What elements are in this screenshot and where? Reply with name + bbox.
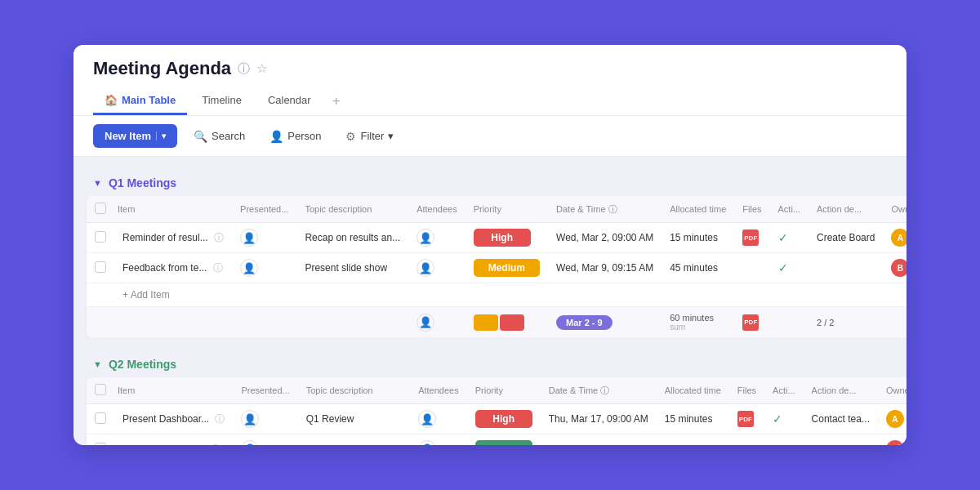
row-checkbox[interactable] [87, 434, 114, 446]
row-action-desc [808, 253, 883, 283]
q2-header-row: Item Presented... Topic description Atte… [87, 377, 906, 404]
col-action: Acti... [764, 377, 804, 404]
table-row: Reminder of resul... ⓘ 👤 Recap on result… [87, 223, 906, 253]
table-row: Present Dashboar... ⓘ 👤 Q1 Review 👤 High… [87, 404, 906, 434]
tabs-row: 🏠 Main Table Timeline Calendar + [93, 87, 887, 115]
row-info-icon: ⓘ [214, 232, 224, 243]
row-topic: Share stakeholder b... [298, 434, 410, 446]
row-item: Stakeholder feed... ⓘ [114, 434, 233, 446]
main-content: ▼ Q1 Meetings Item Presented... Topic de… [74, 157, 906, 445]
col-action-desc: Action de... [804, 377, 878, 404]
star-icon[interactable]: ☆ [256, 61, 267, 76]
row-presented: 👤 [232, 253, 296, 283]
row-priority: High [467, 404, 541, 434]
row-item: Present Dashboar... ⓘ [114, 404, 233, 434]
col-allocated: Allocated time [662, 196, 734, 223]
attendee-avatar: 👤 [416, 259, 434, 277]
summary-avatar: 👤 [416, 314, 434, 332]
col-item: Item [114, 377, 233, 404]
row-owner: B [883, 253, 906, 283]
q1-table: Item Presented... Topic description Atte… [87, 196, 906, 338]
add-item-label[interactable]: + Add Item [114, 283, 906, 307]
row-action-desc: Arrange 1:1s [804, 434, 878, 446]
col-priority: Priority [467, 377, 541, 404]
owner-avatar: A [891, 229, 906, 247]
app-container: Meeting Agenda ⓘ ☆ 🏠 Main Table Timeline… [74, 45, 906, 445]
row-files [729, 434, 764, 446]
row-presented: 👤 [233, 404, 297, 434]
tab-timeline[interactable]: Timeline [190, 87, 253, 115]
row-owner: A [883, 223, 906, 253]
row-datetime: Thu, Mar 17, 09:00 AM [541, 404, 657, 434]
new-item-button[interactable]: New Item ▾ [93, 124, 177, 148]
col-files: Files [734, 196, 769, 223]
owner-avatar: A [886, 410, 904, 428]
row-files: PDF [734, 223, 769, 253]
col-attendees: Attendees [408, 196, 466, 223]
row-checkbox[interactable] [87, 223, 114, 253]
row-info-icon: ⓘ [213, 262, 223, 274]
header: Meeting Agenda ⓘ ☆ 🏠 Main Table Timeline… [74, 45, 906, 116]
info-icon[interactable]: ⓘ [238, 61, 250, 77]
tab-add-button[interactable]: + [326, 88, 347, 114]
row-priority: Medium [466, 253, 548, 283]
col-attendees: Attendees [410, 377, 467, 404]
row-item: Feedback from te... ⓘ [114, 253, 232, 283]
search-button[interactable]: 🔍 Search [185, 125, 253, 148]
col-owner: Owner [883, 196, 906, 223]
q2-chevron-icon[interactable]: ▼ [93, 359, 102, 369]
q1-group-header: ▼ Q1 Meetings [74, 170, 906, 196]
summary-files-ratio: 2 / 2 [808, 307, 883, 338]
board-title: Meeting Agenda [93, 58, 231, 79]
row-info-icon: ⓘ [211, 443, 220, 446]
owner-avatar: B [891, 259, 906, 277]
search-icon: 🔍 [194, 130, 207, 143]
check-icon: ✓ [778, 231, 788, 244]
tab-calendar[interactable]: Calendar [256, 87, 323, 115]
pdf-icon: PDF [737, 411, 754, 427]
q2-group-header: ▼ Q2 Meetings [74, 351, 906, 377]
select-all-checkbox-q2[interactable] [95, 384, 106, 395]
col-checkbox [87, 377, 114, 404]
row-action-check: ✓ [770, 253, 809, 283]
row-files [734, 253, 769, 283]
select-all-checkbox[interactable] [95, 203, 106, 214]
priority-bar-high [500, 314, 524, 331]
row-allocated: 45 minutes [657, 434, 729, 446]
check-icon: ✓ [778, 261, 788, 274]
row-checkbox[interactable] [87, 253, 114, 283]
presented-avatar: 👤 [240, 259, 258, 277]
q1-chevron-icon[interactable]: ▼ [93, 178, 102, 188]
row-topic: Q1 Review [298, 404, 410, 434]
add-item-row[interactable]: + Add Item [87, 283, 906, 307]
col-allocated: Allocated time [657, 377, 729, 404]
row-datetime: Thu, Mar 31, 09:15 AM [541, 434, 657, 446]
check-icon: ✓ [773, 443, 782, 445]
person-icon: 👤 [270, 130, 283, 143]
row-info-icon: ⓘ [215, 413, 225, 425]
row-topic: Recap on results an... [296, 223, 408, 253]
check-icon: ✓ [773, 412, 782, 425]
row-checkbox[interactable] [87, 404, 114, 434]
row-allocated: 15 minutes [657, 404, 729, 434]
presented-avatar: 👤 [241, 410, 259, 428]
filter-icon: ⚙ [345, 130, 356, 143]
q2-table-wrapper: Item Presented... Topic description Atte… [74, 377, 906, 445]
filter-button[interactable]: ⚙ Filter ▾ [337, 125, 402, 148]
row-presented: 👤 [233, 434, 297, 446]
group-q2: ▼ Q2 Meetings Item Presented... Topic de… [74, 351, 906, 445]
toolbar: New Item ▾ 🔍 Search 👤 Person ⚙ Filter ▾ [74, 116, 906, 157]
summary-date-range: Mar 2 - 9 [548, 307, 662, 338]
presented-avatar: 👤 [241, 440, 259, 445]
summary-files: PDF [734, 307, 769, 338]
tab-main-table[interactable]: 🏠 Main Table [93, 87, 187, 115]
q1-summary-row: 👤 Mar 2 - 9 60 minut [87, 307, 906, 338]
row-attendees: 👤 [410, 404, 467, 434]
col-presented: Presented... [232, 196, 296, 223]
q2-table: Item Presented... Topic description Atte… [87, 377, 906, 445]
row-attendees: 👤 [408, 253, 466, 283]
col-presented: Presented... [233, 377, 297, 404]
table-row: Feedback from te... ⓘ 👤 Present slide sh… [87, 253, 906, 283]
person-button[interactable]: 👤 Person [261, 125, 329, 148]
row-action-check: ✓ [764, 434, 804, 446]
